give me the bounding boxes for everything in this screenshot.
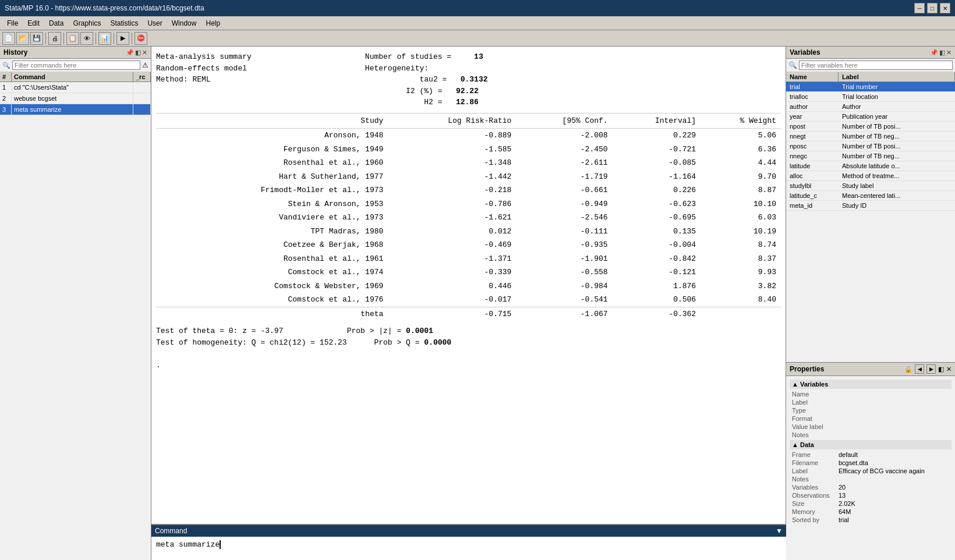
history-dock[interactable]: ◧ bbox=[135, 49, 141, 56]
history-pin[interactable]: 📌 bbox=[126, 49, 134, 56]
command-text[interactable]: meta summarize bbox=[156, 540, 220, 549]
var-name: alloc bbox=[786, 171, 839, 180]
tb-sep1 bbox=[45, 33, 46, 44]
menu-help[interactable]: Help bbox=[201, 18, 225, 29]
variable-row[interactable]: allocMethod of treatme... bbox=[786, 171, 955, 181]
history-row[interactable]: 2 webuse bcgset bbox=[0, 93, 151, 104]
prop-filename-row: Filename bcgset.dta bbox=[790, 459, 952, 467]
prop-prev-button[interactable]: ◀ bbox=[915, 364, 924, 374]
prop-datalabel-label: Label bbox=[792, 467, 839, 474]
command-area: Command ▼ meta summarize bbox=[151, 524, 786, 560]
prop-next-button[interactable]: ▶ bbox=[926, 364, 936, 374]
var-label: Study ID bbox=[839, 201, 955, 210]
prop-variables-row: Variables 20 bbox=[790, 483, 952, 491]
output-header: Meta-analysis summary Number of studies … bbox=[156, 51, 781, 108]
tb-open[interactable]: 📂 bbox=[16, 32, 29, 45]
menu-edit[interactable]: Edit bbox=[23, 18, 44, 29]
cell-ci-lo: -2.450 bbox=[516, 143, 612, 157]
cell-ci-hi: -0.695 bbox=[613, 211, 701, 225]
variable-row[interactable]: trialTrial number bbox=[786, 82, 955, 92]
variable-row[interactable]: npostNumber of TB posi... bbox=[786, 122, 955, 132]
title-bar: Stata/MP 16.0 - https://www.stata-press.… bbox=[0, 0, 955, 16]
var-label: Absolute latitude o... bbox=[839, 161, 955, 171]
menu-statistics[interactable]: Statistics bbox=[105, 18, 143, 29]
history-row-cmd: webuse bcgset bbox=[12, 93, 133, 104]
var-name: nnegc bbox=[786, 151, 839, 161]
output-table-row: Frimodt-Moller et al., 1973 -0.218 -0.66… bbox=[156, 183, 781, 197]
minimize-button[interactable]: ─ bbox=[914, 3, 925, 13]
var-name: latitude_c bbox=[786, 191, 839, 200]
cell-wt: 8.40 bbox=[701, 293, 781, 307]
variable-row[interactable]: triallocTrial location bbox=[786, 92, 955, 102]
variable-row[interactable]: studylblStudy label bbox=[786, 181, 955, 191]
tb-print[interactable]: 🖨 bbox=[48, 32, 61, 45]
properties-close[interactable]: ✕ bbox=[946, 366, 952, 373]
output-table-row: Comstock & Webster, 1969 0.446 -0.984 1.… bbox=[156, 279, 781, 293]
menu-data[interactable]: Data bbox=[44, 18, 68, 29]
variables-filter-input[interactable] bbox=[799, 61, 953, 70]
properties-header: Properties 🔒 ◀ ▶ ◧ ✕ bbox=[786, 363, 955, 376]
tb-viewer[interactable]: 👁 bbox=[80, 32, 93, 45]
prop-sortedby-value: trial bbox=[839, 516, 949, 523]
menu-graphics[interactable]: Graphics bbox=[68, 18, 105, 29]
tb-sep5 bbox=[132, 33, 132, 44]
variable-row[interactable]: nnegtNumber of TB neg... bbox=[786, 132, 955, 141]
history-filter-icon[interactable]: ⚠ bbox=[142, 61, 148, 69]
cell-ci-hi: -0.085 bbox=[613, 156, 701, 170]
var-name: trialloc bbox=[786, 92, 839, 101]
variables-list: trialTrial numbertriallocTrial locationa… bbox=[786, 82, 955, 362]
history-close[interactable]: ✕ bbox=[142, 49, 147, 56]
variables-dock[interactable]: ◧ bbox=[939, 49, 945, 56]
prop-valuelabel-row: Value label bbox=[790, 423, 952, 431]
cell-lrr: -0.889 bbox=[388, 129, 516, 143]
tb-new[interactable]: 📄 bbox=[2, 32, 15, 45]
menu-file[interactable]: File bbox=[2, 18, 23, 29]
variable-row[interactable]: meta_idStudy ID bbox=[786, 201, 955, 211]
data-section[interactable]: ▲ Data bbox=[790, 440, 952, 449]
variable-row[interactable]: latitude_cMean-centered lati... bbox=[786, 191, 955, 201]
cell-ci-hi: -0.721 bbox=[613, 143, 701, 157]
variables-search-row: 🔍 bbox=[786, 59, 955, 72]
cell-wt: 8.87 bbox=[701, 183, 781, 197]
cell-theta-ci-hi: -0.362 bbox=[613, 307, 701, 321]
menu-user[interactable]: User bbox=[143, 18, 167, 29]
history-row-num: 1 bbox=[0, 82, 12, 93]
properties-dock[interactable]: ◧ bbox=[938, 366, 944, 373]
properties-title: Properties bbox=[790, 365, 824, 373]
variable-row[interactable]: latitudeAbsolute latitude o... bbox=[786, 161, 955, 171]
variables-panel-header: Variables 📌 ◧ ✕ bbox=[786, 47, 955, 59]
prop-notes-value bbox=[839, 431, 949, 438]
cell-ci-lo: -1.901 bbox=[516, 252, 612, 266]
tb-break[interactable]: ⛔ bbox=[135, 32, 147, 45]
variables-section[interactable]: ▲ Variables bbox=[790, 380, 952, 389]
variables-close[interactable]: ✕ bbox=[946, 49, 952, 56]
variable-row[interactable]: nnegcNumber of TB neg... bbox=[786, 151, 955, 161]
history-row[interactable]: 1 cd "C:\Users\Stata" bbox=[0, 82, 151, 93]
history-filter-input[interactable] bbox=[12, 61, 140, 70]
menu-window[interactable]: Window bbox=[167, 18, 201, 29]
tb-save[interactable]: 💾 bbox=[30, 32, 43, 45]
history-search-icon: 🔍 bbox=[2, 62, 10, 69]
history-row-selected[interactable]: 3 meta summarize bbox=[0, 104, 151, 115]
maximize-button[interactable]: □ bbox=[927, 3, 938, 13]
tb-do[interactable]: ▶ bbox=[116, 32, 129, 45]
history-col-rc: _rc bbox=[133, 72, 151, 81]
cell-study: Comstock & Webster, 1969 bbox=[156, 279, 388, 293]
output-table-row: Comstock et al., 1974 -0.339 -0.558 -0.1… bbox=[156, 265, 781, 279]
lock-icon[interactable]: 🔒 bbox=[904, 366, 912, 373]
command-header-icon: ▼ bbox=[776, 527, 783, 535]
cell-study: Hart & Sutherland, 1977 bbox=[156, 170, 388, 184]
cell-ci-hi: -0.004 bbox=[613, 238, 701, 252]
tb-graph[interactable]: 📊 bbox=[98, 32, 111, 45]
variable-row[interactable]: authorAuthor bbox=[786, 102, 955, 112]
variable-row[interactable]: nposcNumber of TB posi... bbox=[786, 141, 955, 151]
variable-row[interactable]: yearPublication year bbox=[786, 112, 955, 122]
close-button[interactable]: ✕ bbox=[940, 3, 950, 13]
cell-lrr: 0.446 bbox=[388, 279, 516, 293]
cell-wt: 10.10 bbox=[701, 197, 781, 211]
tb-log[interactable]: 📋 bbox=[66, 32, 79, 45]
prop-frame-value: default bbox=[839, 451, 949, 458]
variables-pin[interactable]: 📌 bbox=[930, 49, 938, 56]
output-table-row: Stein & Aronson, 1953 -0.786 -0.949 -0.6… bbox=[156, 197, 781, 211]
prop-filename-value: bcgset.dta bbox=[839, 459, 949, 466]
